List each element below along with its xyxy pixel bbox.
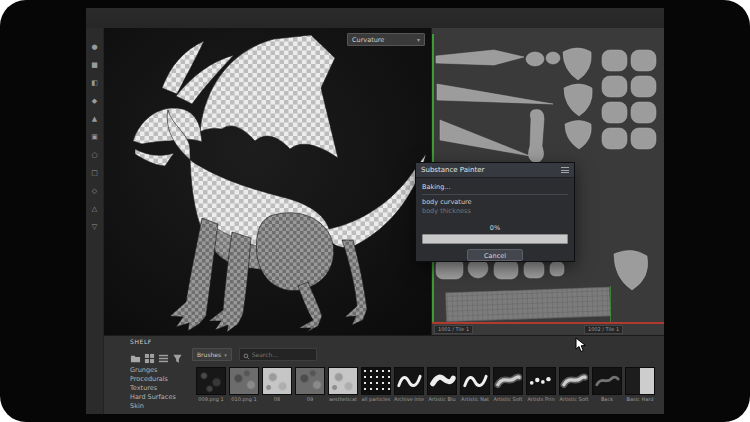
shelf-category-textures[interactable]: Textures — [130, 384, 192, 393]
dialog-menu-icon[interactable] — [561, 167, 569, 173]
paint-tool-icon[interactable]: ● — [89, 42, 101, 53]
shelf-resource-label: all particles — [361, 396, 391, 402]
shelf-resource[interactable]: 09 — [295, 367, 325, 402]
resource-filter-value: Brushes — [197, 351, 221, 358]
search-icon — [243, 345, 250, 364]
resource-filter-dropdown[interactable]: Brushes▾ — [192, 348, 232, 361]
shelf-category-hard-surfaces[interactable]: Hard Surfaces — [130, 393, 192, 402]
viewer-settings-icon[interactable]: △ — [89, 204, 101, 215]
dialog-title: Substance Painter — [421, 166, 484, 174]
projection-tool-icon[interactable]: ◧ — [89, 78, 101, 89]
tool-sidebar: ●■◧◆▲▣○□◇△▽ — [86, 28, 104, 414]
shelf-resource[interactable]: Back — [592, 367, 622, 402]
shelf-resource-thumbnail — [625, 367, 655, 395]
queued-bake-task: body thickness — [422, 207, 568, 216]
shelf-resource-label: 08 — [262, 396, 292, 402]
shelf-resource-thumbnail — [526, 367, 556, 395]
shelf-resource-label: aestheticat — [328, 396, 358, 402]
shelf-resource[interactable]: Archive Inte — [394, 367, 424, 402]
shelf-resource-label: Artistic Nat — [460, 396, 490, 402]
shelf-resource[interactable]: Artists Prin — [526, 367, 556, 402]
shelf-resource[interactable]: Artistic Nat — [460, 367, 490, 402]
shelf-resource[interactable]: Artistic Soft — [493, 367, 523, 402]
channel-dropdown[interactable]: Curvature ▾ — [347, 33, 425, 46]
udim-tile-label: 1002 / Tile 1 — [584, 325, 623, 334]
shelf-resource-thumbnail — [295, 367, 325, 395]
baking-status: Baking... — [422, 183, 568, 191]
shelf-category-list: GrungesProceduralsTexturesHard SurfacesS… — [130, 366, 192, 411]
shelf-resource[interactable]: all particles — [361, 367, 391, 402]
shelf-resource-label: Basic Hard — [625, 396, 655, 402]
substance-painter-window: ●■◧◆▲▣○□◇△▽ — [86, 8, 664, 414]
chevron-down-icon: ▾ — [224, 352, 227, 358]
shelf-resource-thumbnail — [394, 367, 424, 395]
search-input[interactable] — [252, 351, 313, 358]
shelf-resource-label: Artists Prin — [526, 396, 556, 402]
polygon-fill-tool-icon[interactable]: ◆ — [89, 96, 101, 107]
cancel-button[interactable]: Cancel — [467, 249, 523, 261]
shelf-resource-thumbnail — [493, 367, 523, 395]
shelf-title: SHELF — [130, 338, 152, 345]
shelf-resource[interactable]: 010.png 1 — [229, 367, 259, 402]
device-frame: ●■◧◆▲▣○□◇△▽ — [0, 0, 750, 422]
udim-tile-label: 1001 / Tile 1 — [434, 325, 473, 334]
shelf-resource-thumbnail — [427, 367, 457, 395]
shelf-resource[interactable]: Basic Hard — [625, 367, 655, 402]
display-settings-icon[interactable]: ▽ — [89, 222, 101, 233]
shelf-resource-label: Back — [592, 396, 622, 402]
app-menubar — [86, 8, 664, 29]
shelf-search — [239, 348, 317, 361]
shelf-category-skin[interactable]: Skin — [130, 402, 192, 411]
progress-percent: 0% — [422, 224, 568, 232]
folder-icon[interactable] — [130, 349, 141, 360]
quick-mask-icon[interactable]: □ — [89, 168, 101, 179]
shelf-panel: SHELF Brushes▾ GrungesProceduralsTexture… — [104, 335, 664, 414]
current-bake-task: body curvature — [422, 198, 568, 207]
viewport-3d[interactable]: Curvature ▾ — [104, 28, 431, 335]
shelf-resource-thumbnail — [592, 367, 622, 395]
shelf-toolbar: Brushes▾ — [130, 348, 317, 361]
shelf-resource[interactable]: aestheticat — [328, 367, 358, 402]
shelf-resource-thumbnail — [196, 367, 226, 395]
uv-tile-border — [610, 286, 611, 322]
screenshot-stage: ●■◧◆▲▣○□◇△▽ — [0, 0, 750, 422]
shelf-resource-thumbnail — [559, 367, 589, 395]
filter-icon[interactable] — [172, 349, 183, 360]
dialog-titlebar: Substance Painter — [416, 163, 574, 178]
shelf-resource[interactable]: 009.png 1 — [196, 367, 226, 402]
progress-bar — [422, 234, 568, 244]
dialog-divider — [422, 194, 568, 195]
symmetry-icon[interactable]: ◇ — [89, 186, 101, 197]
shelf-resource[interactable]: 08 — [262, 367, 292, 402]
shelf-resource[interactable]: Artistic Blu — [427, 367, 457, 402]
shelf-resource-label: 09 — [295, 396, 325, 402]
grid-view-icon[interactable] — [144, 349, 155, 360]
shelf-resource-label: Artistic Soft — [493, 396, 523, 402]
eraser-tool-icon[interactable]: ■ — [89, 60, 101, 71]
material-picker-icon[interactable]: ○ — [89, 150, 101, 161]
chevron-down-icon: ▾ — [417, 36, 420, 43]
list-view-icon[interactable] — [158, 349, 169, 360]
smudge-tool-icon[interactable]: ▲ — [89, 114, 101, 125]
shelf-resource-label: 009.png 1 — [196, 396, 226, 402]
shelf-resource-thumbnail — [262, 367, 292, 395]
uv-u-axis — [432, 322, 664, 324]
dragon-model-render — [104, 28, 431, 335]
shelf-resource-label: Artistic Soft — [559, 396, 589, 402]
clone-tool-icon[interactable]: ▣ — [89, 132, 101, 143]
shelf-resource-label: Artistic Blu — [427, 396, 457, 402]
shelf-resource-thumbnail — [328, 367, 358, 395]
dialog-body: Baking... body curvature body thickness … — [416, 178, 574, 261]
shelf-resource[interactable]: Artistic Soft — [559, 367, 589, 402]
shelf-resource-grid: 009.png 1010.png 10809aestheticatall par… — [196, 367, 662, 402]
baking-dialog: Substance Painter Baking... body curvatu… — [415, 162, 575, 262]
shelf-resource-label: 010.png 1 — [229, 396, 259, 402]
shelf-category-grunges[interactable]: Grunges — [130, 366, 192, 375]
shelf-resource-thumbnail — [361, 367, 391, 395]
shelf-resource-thumbnail — [460, 367, 490, 395]
shelf-resource-thumbnail — [229, 367, 259, 395]
shelf-category-procedurals[interactable]: Procedurals — [130, 375, 192, 384]
channel-dropdown-value: Curvature — [352, 36, 384, 44]
shelf-resource-label: Archive Inte — [394, 396, 424, 402]
